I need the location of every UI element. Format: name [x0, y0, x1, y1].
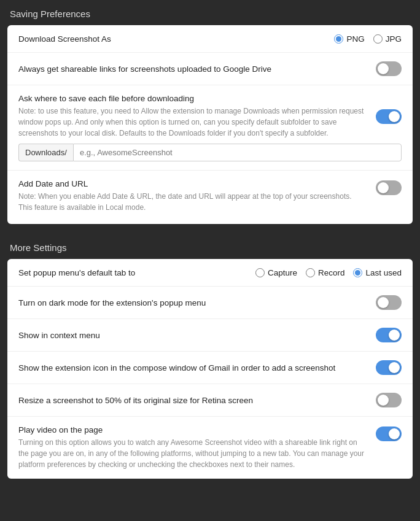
record-label: Record: [318, 268, 345, 277]
gmail-icon-row: Show the extension icon in the compose w…: [7, 352, 413, 384]
add-date-url-note: Note: When you enable Add Date & URL, th…: [18, 191, 366, 213]
retina-label: Resize a screenshot to 50% of its origin…: [18, 396, 253, 405]
gmail-icon-slider: [376, 360, 402, 375]
last-used-option[interactable]: Last used: [353, 268, 402, 277]
retina-toggle[interactable]: [376, 393, 402, 407]
play-video-toggle[interactable]: [376, 426, 402, 441]
dark-mode-toggle[interactable]: [376, 295, 402, 310]
gmail-icon-toggle[interactable]: [376, 360, 402, 375]
shareable-links-row: Always get shareable links for screensho…: [7, 53, 413, 85]
play-video-slider: [376, 426, 402, 441]
dark-mode-slider: [376, 295, 402, 310]
png-label: PNG: [346, 34, 364, 44]
more-settings-card: Set popup menu's default tab to Capture …: [7, 259, 413, 479]
last-used-radio[interactable]: [353, 268, 362, 277]
last-used-label: Last used: [365, 268, 402, 277]
default-tab-label: Set popup menu's default tab to: [18, 268, 135, 277]
ask-where-row: Ask where to save each file before downl…: [7, 85, 413, 141]
ask-where-section: Ask where to save each file before downl…: [7, 85, 413, 171]
ask-where-slider: [376, 109, 402, 124]
png-radio[interactable]: [334, 34, 343, 44]
play-video-label: Play video on the page: [18, 425, 366, 434]
retina-row: Resize a screenshot to 50% of its origin…: [7, 384, 413, 417]
capture-radio[interactable]: [255, 268, 265, 277]
dark-mode-row: Turn on dark mode for the extension's po…: [7, 287, 413, 319]
download-format-radio-group: PNG JPG: [334, 34, 402, 44]
more-settings-title: More Settings: [0, 234, 420, 259]
context-menu-slider: [376, 328, 402, 342]
download-as-row: Download Screenshot As PNG JPG: [7, 25, 413, 53]
download-as-label: Download Screenshot As: [18, 34, 111, 44]
context-menu-label: Show in context menu: [18, 331, 100, 340]
path-input-container: Downloads/: [18, 144, 402, 161]
ask-where-note: Note: to use this feature, you need to A…: [18, 106, 366, 139]
add-date-url-section: Add Date and URL Note: When you enable A…: [7, 171, 413, 224]
add-date-url-row: Add Date and URL Note: When you enable A…: [7, 171, 413, 215]
context-menu-toggle[interactable]: [376, 328, 402, 342]
subfolder-input[interactable]: [73, 144, 402, 161]
record-option[interactable]: Record: [306, 268, 345, 277]
dark-mode-label: Turn on dark mode for the extension's po…: [18, 298, 206, 307]
retina-slider: [376, 393, 402, 407]
default-tab-radio-group: Capture Record Last used: [255, 268, 402, 277]
add-date-url-slider: [376, 180, 402, 195]
capture-option[interactable]: Capture: [255, 268, 297, 277]
play-video-row: Play video on the page Turning on this o…: [7, 417, 413, 479]
gmail-icon-label: Show the extension icon in the compose w…: [18, 363, 335, 372]
ask-where-label: Ask where to save each file before downl…: [18, 94, 366, 103]
saving-preferences-card: Download Screenshot As PNG JPG Always ge…: [7, 25, 413, 224]
saving-preferences-title: Saving Preferences: [0, 0, 420, 25]
more-settings-section: More Settings Set popup menu's default t…: [0, 234, 420, 479]
ask-where-toggle[interactable]: [376, 109, 402, 124]
add-date-url-toggle[interactable]: [376, 180, 402, 195]
saving-preferences-section: Saving Preferences Download Screenshot A…: [0, 0, 420, 224]
jpg-option[interactable]: JPG: [373, 34, 402, 44]
jpg-label: JPG: [386, 34, 402, 44]
context-menu-row: Show in context menu: [7, 319, 413, 352]
path-prefix: Downloads/: [18, 144, 73, 161]
capture-label: Capture: [268, 268, 297, 277]
add-date-url-label: Add Date and URL: [18, 179, 366, 188]
shareable-links-label: Always get shareable links for screensho…: [18, 64, 271, 74]
record-radio[interactable]: [306, 268, 315, 277]
shareable-links-slider: [376, 61, 402, 76]
shareable-links-toggle[interactable]: [376, 61, 402, 76]
default-tab-row: Set popup menu's default tab to Capture …: [7, 259, 413, 287]
play-video-note: Turning on this option allows you to wat…: [18, 437, 366, 470]
png-option[interactable]: PNG: [334, 34, 364, 44]
jpg-radio[interactable]: [373, 34, 383, 44]
